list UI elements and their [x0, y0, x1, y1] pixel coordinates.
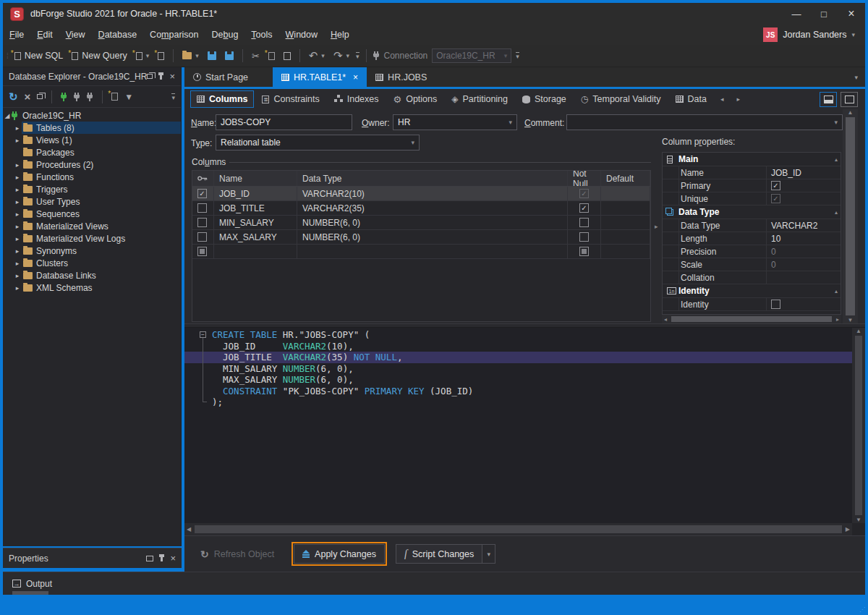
table-row[interactable]: MAX_SALARYNUMBER(6, 0) — [192, 230, 650, 245]
scrollbar-thumb[interactable] — [846, 117, 855, 315]
tab-constraints[interactable]: ≣Constraints — [255, 90, 326, 108]
data-type-cell[interactable]: VARCHAR2(10) — [297, 187, 568, 200]
property-row-length[interactable]: Length10 — [663, 232, 841, 245]
property-row-precision[interactable]: Precision0 — [663, 245, 841, 258]
open-file-button[interactable]: ▾ — [180, 51, 201, 61]
sql-horizontal-scrollbar[interactable]: ◀ ▶ — [184, 523, 865, 535]
refresh-icon[interactable]: ↻ — [9, 90, 18, 103]
pin-icon[interactable] — [161, 556, 163, 561]
expand-arrow-icon[interactable]: ◢ — [3, 112, 12, 119]
props-group-data-type[interactable]: Data Type▴ — [663, 205, 841, 219]
copy-button[interactable] — [266, 51, 277, 62]
tab-columns[interactable]: Columns — [190, 90, 254, 108]
not-null-checkbox[interactable] — [579, 232, 589, 242]
apply-changes-button[interactable]: Apply Changes — [294, 544, 385, 564]
scrollbar-thumb[interactable] — [671, 316, 832, 322]
pin-icon[interactable] — [160, 75, 162, 80]
column-header-default[interactable]: Default — [601, 171, 650, 186]
doc-tab-hr-table1[interactable]: HR.TABLE1*× — [273, 67, 367, 87]
tab-list-dropdown-icon[interactable]: ▾ — [854, 74, 865, 87]
property-value[interactable]: JOB_ID — [766, 166, 841, 179]
property-value[interactable]: 0 — [766, 258, 841, 271]
code-fold-icon[interactable]: − — [200, 331, 206, 338]
undo-button[interactable]: ↶▾ — [307, 48, 327, 64]
props-group-main[interactable]: Main▴ — [663, 153, 841, 166]
close-button[interactable]: × — [838, 3, 865, 25]
restore-icon[interactable] — [146, 556, 153, 561]
scroll-up-icon[interactable]: ▲ — [854, 328, 864, 334]
duplicate-icon[interactable] — [111, 93, 118, 101]
tree-item-materialized-view-logs[interactable]: ▸Materialized View Logs — [3, 232, 181, 245]
name-cell[interactable]: JOB_ID — [214, 187, 297, 200]
expand-arrow-icon[interactable]: ▸ — [13, 137, 22, 144]
expand-arrow-icon[interactable]: ▸ — [13, 247, 22, 255]
column-header-name[interactable]: Name — [214, 171, 297, 186]
tab-scroll-left-icon[interactable]: ◂ — [715, 96, 730, 103]
tree-item-clusters[interactable]: ▸Clusters — [3, 257, 181, 269]
maximize-button[interactable]: □ — [810, 3, 838, 25]
name-cell[interactable] — [214, 245, 297, 258]
scroll-down-icon[interactable]: ▼ — [846, 317, 856, 323]
script-changes-button[interactable]: ſ Script Changes — [396, 544, 482, 564]
expand-arrow-icon[interactable]: ▸ — [13, 174, 22, 181]
toolbar-overflow-icon[interactable]: ▾ — [356, 52, 359, 59]
sql-vertical-scrollbar[interactable]: ▲ ▼ — [852, 328, 865, 523]
tab-temporal-validity[interactable]: ◷Temporal Validity — [574, 90, 668, 108]
disconnect-icon[interactable] — [87, 93, 93, 101]
key-checkbox[interactable] — [197, 189, 207, 198]
cut-button[interactable]: ✂ — [250, 49, 262, 63]
collapse-icon[interactable]: ▴ — [835, 209, 838, 216]
close-icon[interactable]: × — [169, 71, 175, 82]
scroll-down-icon[interactable]: ▼ — [854, 517, 864, 523]
expand-arrow-icon[interactable]: ▸ — [13, 124, 22, 132]
property-value[interactable] — [766, 298, 841, 310]
property-row-name[interactable]: NameJOB_ID — [663, 166, 841, 179]
split-view-button[interactable] — [820, 92, 837, 107]
save-button[interactable] — [205, 50, 218, 62]
default-cell[interactable] — [601, 216, 650, 229]
toolbar-grip[interactable]: ⁞ — [7, 52, 7, 60]
comment-input[interactable]: ▾ — [566, 114, 843, 130]
property-value[interactable] — [766, 192, 841, 205]
tab-storage[interactable]: Storage — [516, 90, 573, 108]
new-object-button[interactable] — [156, 51, 166, 62]
default-cell[interactable] — [601, 245, 650, 258]
expand-arrow-icon[interactable]: ▸ — [13, 161, 22, 169]
data-type-cell[interactable]: NUMBER(6, 0) — [297, 230, 568, 244]
toolbar-overflow-icon[interactable]: ▾ — [171, 93, 175, 101]
collapse-icon[interactable]: ▴ — [835, 156, 838, 163]
scroll-left-icon[interactable]: ◀ — [184, 526, 193, 533]
splitter-arrow-icon[interactable]: ▸ — [655, 223, 658, 230]
tab-scroll-right-icon[interactable]: ▸ — [731, 96, 746, 103]
property-row-collation[interactable]: Collation — [663, 271, 841, 284]
menu-edit[interactable]: Edit — [30, 27, 59, 43]
key-checkbox[interactable] — [197, 247, 207, 256]
connection-select[interactable]: Oracle19C_HR▾ — [432, 48, 511, 63]
scrollbar-thumb[interactable] — [195, 525, 842, 533]
sql-preview-editor[interactable]: CREATE TABLE HR."JOBS-COPY" ( JOB_ID VAR… — [184, 328, 865, 523]
data-type-cell[interactable]: VARCHAR2(35) — [297, 201, 568, 215]
key-checkbox[interactable] — [197, 218, 207, 227]
close-icon[interactable]: × — [170, 553, 176, 564]
refresh-object-button[interactable]: ↻ Refresh Object — [192, 544, 283, 564]
property-value[interactable] — [766, 179, 841, 192]
scrollbar-thumb[interactable] — [855, 336, 862, 515]
table-row[interactable]: MIN_SALARYNUMBER(6, 0) — [192, 216, 650, 230]
property-row-identity[interactable]: Identity — [663, 298, 841, 311]
doc-tab-start-page[interactable]: Start Page — [184, 67, 257, 87]
menu-tools[interactable]: Tools — [244, 27, 278, 43]
name-cell[interactable]: MAX_SALARY — [214, 230, 297, 244]
property-value[interactable]: 0 — [766, 245, 841, 258]
filter-funnel-icon[interactable]: ▼ — [124, 92, 133, 102]
windows-icon[interactable] — [37, 94, 43, 99]
expand-arrow-icon[interactable]: ▸ — [13, 235, 22, 242]
tree-item-functions[interactable]: ▸Functions — [3, 171, 181, 183]
user-menu[interactable]: JS Jordan Sanders ▾ — [763, 27, 855, 42]
property-row-unique[interactable]: Unique — [663, 192, 841, 205]
name-cell[interactable]: JOB_TITLE — [214, 201, 297, 215]
content-vertical-scrollbar[interactable]: ▲ ▼ — [843, 109, 858, 323]
menu-file[interactable]: File — [3, 27, 30, 43]
sql-line[interactable]: JOB_ID VARCHAR2(10), — [184, 341, 865, 352]
sql-line[interactable]: CONSTRAINT "PK_JOBS-COPY" PRIMARY KEY (J… — [184, 386, 865, 397]
tab-partitioning[interactable]: ◈Partitioning — [445, 90, 514, 108]
